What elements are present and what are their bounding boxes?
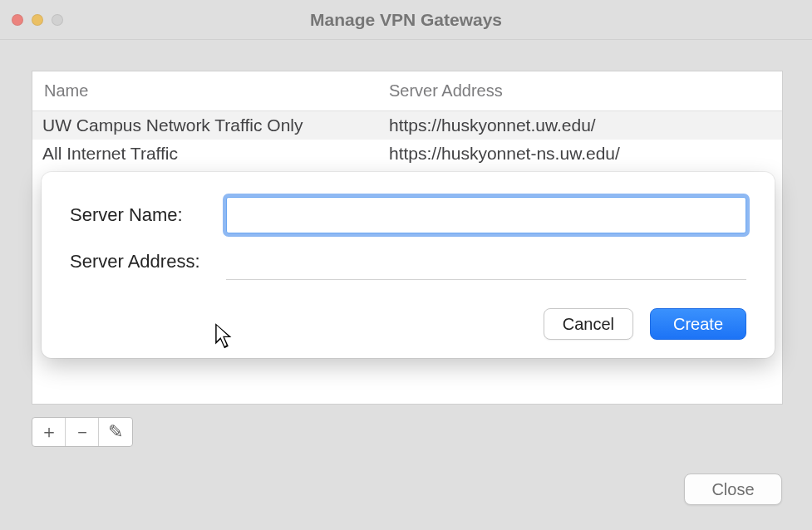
col-header-name[interactable]: Name xyxy=(32,81,377,101)
close-window-button[interactable] xyxy=(12,14,23,26)
minimize-window-button[interactable] xyxy=(32,14,43,26)
table-row[interactable]: UW Campus Network Traffic Only https://h… xyxy=(32,111,782,140)
cell-name: All Internet Traffic xyxy=(32,144,377,164)
new-gateway-sheet: Server Name: Server Address: Cancel Crea… xyxy=(42,172,775,358)
table-toolbar: ＋ － ✎ xyxy=(32,417,133,447)
table-body: UW Campus Network Traffic Only https://h… xyxy=(32,111,782,168)
edit-button[interactable]: ✎ xyxy=(99,418,132,446)
table-header: Name Server Address xyxy=(32,71,782,111)
server-name-input[interactable] xyxy=(226,197,746,233)
close-button[interactable]: Close xyxy=(684,474,782,505)
cell-name: UW Campus Network Traffic Only xyxy=(32,115,377,135)
titlebar: Manage VPN Gateways xyxy=(0,0,812,40)
plus-icon: ＋ xyxy=(40,420,58,444)
pencil-icon: ✎ xyxy=(108,421,123,443)
traffic-lights xyxy=(12,14,63,26)
row-server-name: Server Name: xyxy=(70,197,746,233)
create-button[interactable]: Create xyxy=(650,308,746,340)
sheet-button-bar: Cancel Create xyxy=(544,308,746,340)
server-address-input[interactable] xyxy=(226,248,746,280)
label-server-address: Server Address: xyxy=(70,251,226,272)
table-row[interactable]: All Internet Traffic https://huskyonnet-… xyxy=(32,140,782,168)
cancel-button[interactable]: Cancel xyxy=(544,308,633,340)
zoom-window-button[interactable] xyxy=(52,14,63,26)
remove-button[interactable]: － xyxy=(66,418,99,446)
col-header-address[interactable]: Server Address xyxy=(377,81,782,101)
window-title: Manage VPN Gateways xyxy=(310,10,502,30)
label-server-name: Server Name: xyxy=(70,204,226,226)
add-button[interactable]: ＋ xyxy=(32,418,66,446)
cell-address: https://huskyonnet-ns.uw.edu/ xyxy=(377,144,782,164)
minus-icon: － xyxy=(73,420,91,444)
cell-address: https://huskyonnet.uw.edu/ xyxy=(377,115,782,135)
row-server-address: Server Address: xyxy=(70,243,746,280)
